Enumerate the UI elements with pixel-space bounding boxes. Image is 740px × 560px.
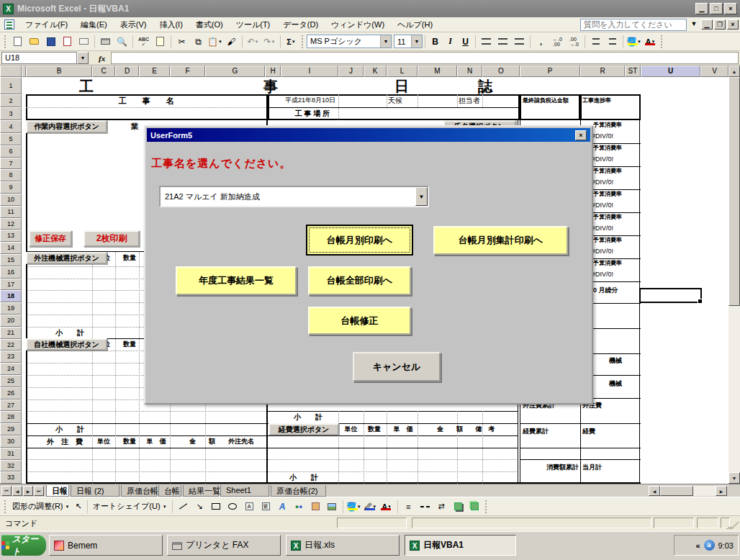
- row-header-26[interactable]: 26: [0, 387, 22, 399]
- workbook-close-button[interactable]: ×: [727, 19, 739, 30]
- row-header-31[interactable]: 31: [0, 448, 22, 460]
- hscroll-left-button[interactable]: ◀: [649, 486, 660, 496]
- toolbar-grip[interactable]: [4, 35, 7, 48]
- comma-style-button[interactable]: ,: [533, 35, 549, 49]
- taskbar-item-日報VBA1[interactable]: X日報VBA1: [405, 535, 516, 556]
- align-left-button[interactable]: [479, 35, 494, 49]
- row-header-21[interactable]: 21: [0, 327, 22, 339]
- row-header-14[interactable]: 14: [0, 242, 22, 254]
- column-header-H[interactable]: H: [265, 66, 281, 77]
- column-header-D[interactable]: D: [115, 66, 139, 77]
- font-size-combobox[interactable]: 11 ▼: [394, 35, 423, 48]
- draw-adjust-button[interactable]: 図形の調整(R) ▼: [9, 500, 73, 514]
- menu-ファイル[interactable]: ファイル(F): [19, 18, 74, 31]
- dialog-close-button[interactable]: ×: [575, 130, 587, 140]
- row-header-10[interactable]: 10: [0, 194, 22, 206]
- arrow-style-button[interactable]: ⇄: [434, 500, 449, 514]
- sheet-button-keihi_button[interactable]: 経費選択ボタン: [269, 423, 339, 435]
- underline-button[interactable]: U: [459, 35, 472, 49]
- row-header-27[interactable]: 27: [0, 399, 22, 412]
- dash-style-button[interactable]: [418, 500, 433, 514]
- drawing-toolbar-grip[interactable]: [4, 500, 7, 513]
- italic-button[interactable]: I: [443, 35, 457, 49]
- oval-tool-icon[interactable]: [225, 500, 240, 514]
- diagram-icon[interactable]: ●●: [292, 500, 307, 514]
- name-box[interactable]: U18: [1, 52, 77, 64]
- userform5-titlebar[interactable]: UserForm5 ×: [147, 128, 590, 142]
- question-input[interactable]: [580, 19, 687, 31]
- ledger-print-all-button[interactable]: 台帳全部印刷へ: [308, 266, 411, 295]
- formula-input[interactable]: [111, 52, 739, 64]
- threed-style-button[interactable]: [467, 500, 482, 514]
- column-header-K[interactable]: K: [364, 66, 387, 77]
- row-header-2[interactable]: 2: [0, 94, 22, 107]
- row-header-22[interactable]: 22: [0, 339, 22, 351]
- sheet-tab-Sheet1[interactable]: Sheet1: [220, 485, 269, 497]
- spelling-button[interactable]: ABC✓: [136, 35, 151, 49]
- bold-button[interactable]: B: [428, 35, 442, 49]
- maximize-button[interactable]: □: [710, 3, 723, 14]
- column-header-B[interactable]: B: [26, 66, 92, 77]
- mail-button[interactable]: [76, 35, 91, 49]
- vscroll-thumb[interactable]: [728, 77, 740, 306]
- tab-scroll-last[interactable]: ⏭: [34, 486, 44, 496]
- sheet-tab-日報 (2)[interactable]: 日報 (2): [71, 485, 119, 497]
- sheet-tab-原価台帳[interactable]: 原価台帳: [121, 485, 157, 497]
- undo-button[interactable]: ↶▼: [245, 35, 261, 49]
- row-header-1[interactable]: 1: [0, 77, 22, 94]
- sheet-tab-原価台帳(2)[interactable]: 原価台帳(2): [271, 485, 326, 497]
- sheet-tab-日報[interactable]: 日報: [46, 485, 69, 497]
- row-header-16[interactable]: 16: [0, 266, 22, 279]
- column-header-O[interactable]: O: [482, 66, 520, 77]
- cancel-button[interactable]: キャンセル: [353, 352, 441, 381]
- menu-ヘルプ[interactable]: ヘルプ(H): [391, 18, 439, 31]
- sheet-button-jisha_kikai_button[interactable]: 自社機械選択ボタン: [26, 338, 107, 351]
- save-button[interactable]: [43, 35, 58, 49]
- open-button[interactable]: [27, 35, 42, 49]
- workbook-restore-button[interactable]: ❐: [714, 19, 726, 30]
- ime-icon[interactable]: a: [704, 540, 715, 551]
- draw-line-color-button[interactable]: 🖉▼: [363, 500, 378, 514]
- row-header-12[interactable]: 12: [0, 218, 22, 230]
- column-header-J[interactable]: J: [338, 66, 364, 77]
- tab-scroll-right[interactable]: ▶: [23, 486, 33, 496]
- row-header-17[interactable]: 17: [0, 279, 22, 291]
- row-header-30[interactable]: 30: [0, 435, 22, 448]
- row-header-11[interactable]: 11: [0, 206, 22, 218]
- new-button[interactable]: [10, 35, 25, 49]
- row-header-33[interactable]: 33: [0, 471, 22, 484]
- menu-編集[interactable]: 編集(E): [74, 18, 114, 31]
- permission-button[interactable]: [60, 35, 75, 49]
- column-header-V[interactable]: V: [700, 66, 728, 77]
- sheet-button-gaichu_kikai_button[interactable]: 外注機械選択ボタン: [26, 252, 107, 264]
- increase-decimal-button[interactable]: ←.0.00: [550, 35, 565, 49]
- workbook-minimize-button[interactable]: ▁: [701, 19, 713, 30]
- tab-scroll-first[interactable]: ⏮: [1, 486, 12, 496]
- row-header-32[interactable]: 32: [0, 460, 22, 472]
- close-button[interactable]: ×: [724, 3, 737, 14]
- row-header-20[interactable]: 20: [0, 315, 22, 327]
- row-header-15[interactable]: 15: [0, 254, 22, 266]
- column-header-F[interactable]: F: [170, 66, 205, 77]
- vscroll-down-button[interactable]: ▼: [728, 472, 740, 484]
- vertical-textbox-tool-icon[interactable]: 竖: [258, 500, 274, 514]
- row-header-3[interactable]: 3: [0, 107, 22, 120]
- font-name-combobox[interactable]: MS Pゴシック ▼: [307, 35, 392, 48]
- row-header-7[interactable]: 7: [0, 158, 22, 170]
- menu-ウィンドウ[interactable]: ウィンドウ(W): [325, 18, 391, 31]
- taskbar-item-Bemem[interactable]: Bemem: [49, 535, 163, 556]
- insert-picture-icon[interactable]: [325, 500, 340, 514]
- taskbar-item-プリンタと FAX[interactable]: プリンタと FAX: [167, 535, 281, 556]
- combobox-dropdown-button[interactable]: ▼: [415, 187, 428, 206]
- print-button[interactable]: [98, 35, 113, 49]
- selected-cell-U18[interactable]: [639, 288, 702, 303]
- row-header-9[interactable]: 9: [0, 181, 22, 194]
- increase-indent-button[interactable]: [605, 35, 620, 49]
- column-header-M[interactable]: M: [418, 66, 457, 77]
- vscroll-up-button[interactable]: ▲: [728, 66, 740, 77]
- redo-button[interactable]: ↷▼: [262, 35, 277, 49]
- rectangle-tool-icon[interactable]: [209, 500, 224, 514]
- project-combobox[interactable]: 21A2 マルエイ 新加納造成 ▼: [159, 186, 429, 207]
- column-header-U[interactable]: U: [641, 66, 700, 77]
- minimize-button[interactable]: ▁: [695, 3, 708, 14]
